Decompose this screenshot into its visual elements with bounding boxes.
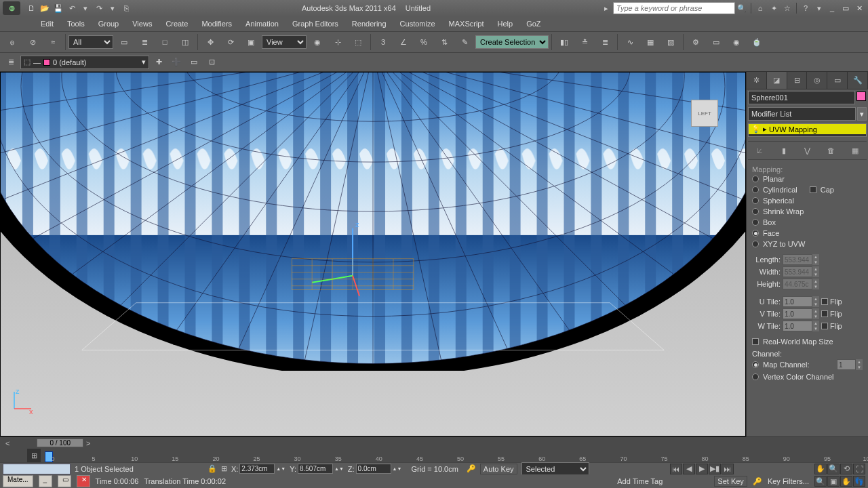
mapping-radio-cylindrical[interactable]: [752, 186, 759, 193]
add-to-layer-icon[interactable]: ➕: [168, 54, 184, 70]
nav-fov-icon[interactable]: ▣: [827, 476, 840, 487]
uflip-checkbox[interactable]: [821, 298, 828, 305]
redo-icon[interactable]: ↷: [93, 3, 105, 14]
taskbar-min[interactable]: _: [39, 475, 52, 487]
menu-help[interactable]: Help: [491, 18, 520, 30]
comm-icon[interactable]: ▸: [600, 3, 612, 14]
align-icon[interactable]: ≛: [575, 33, 594, 52]
mapchannel-input[interactable]: [837, 359, 856, 370]
vtile-input[interactable]: [783, 308, 812, 319]
layer-manager-icon[interactable]: ≣: [3, 54, 19, 70]
mapping-radio-xyz-to-uvw[interactable]: [752, 241, 759, 247]
help-dd-icon[interactable]: ▾: [813, 3, 825, 14]
width-input[interactable]: [783, 266, 812, 277]
mapchannel-radio[interactable]: [752, 361, 759, 368]
addtag-button[interactable]: Add Time Tag: [617, 477, 663, 485]
remove-mod-icon[interactable]: 🗑: [824, 144, 839, 157]
pin-stack-icon[interactable]: ⟀: [753, 144, 768, 157]
wtile-input[interactable]: [783, 321, 812, 331]
undo-dd-icon[interactable]: ▾: [79, 3, 92, 14]
menu-customize[interactable]: Customize: [393, 18, 442, 30]
goto-start-icon[interactable]: ⏮: [670, 464, 682, 474]
menu-graph editors[interactable]: Graph Editors: [285, 18, 345, 30]
render-frame-icon[interactable]: ▭: [707, 33, 726, 52]
maximize-button[interactable]: ▭: [840, 3, 852, 14]
configure-icon[interactable]: ▦: [848, 144, 863, 157]
viewcube[interactable]: LEFT: [691, 100, 718, 127]
mapping-radio-face[interactable]: [752, 230, 759, 237]
nav-pan2-icon[interactable]: ✋: [840, 476, 852, 487]
taskbar-restore[interactable]: ▭: [58, 475, 71, 487]
timeline-ruler[interactable]: ⊞ 05101520253035404550556065707580859095…: [0, 449, 868, 462]
vertexcolor-radio[interactable]: [752, 373, 759, 380]
tab-motion[interactable]: ◎: [807, 72, 827, 89]
ref-coord-system[interactable]: View: [262, 35, 307, 49]
menu-animation[interactable]: Animation: [239, 18, 285, 30]
select-object-icon[interactable]: ▭: [115, 33, 134, 52]
favorites-icon[interactable]: ☆: [781, 3, 793, 14]
link-icon[interactable]: ⎘: [120, 3, 132, 14]
comm-center-icon[interactable]: ✦: [768, 3, 780, 14]
save-icon[interactable]: 💾: [52, 3, 64, 14]
object-color-swatch[interactable]: [856, 92, 866, 101]
new-layer-icon[interactable]: ✚: [151, 54, 167, 70]
select-rect-icon[interactable]: □: [155, 33, 174, 52]
percent-snap-icon[interactable]: %: [414, 33, 433, 52]
move-icon[interactable]: ✥: [201, 33, 220, 52]
wflip-checkbox[interactable]: [821, 323, 828, 329]
x-coord-input[interactable]: [239, 464, 275, 474]
play-icon[interactable]: ▶: [696, 464, 708, 474]
menu-tools[interactable]: Tools: [60, 18, 92, 30]
search-go-icon[interactable]: 🔍: [736, 3, 748, 14]
taskbar-mate[interactable]: Mate...: [3, 475, 33, 487]
tab-create[interactable]: ✲: [747, 72, 767, 89]
coord-display-icon[interactable]: ⊞: [221, 464, 227, 473]
open-icon[interactable]: 📂: [39, 3, 51, 14]
rotate-icon[interactable]: ⟳: [221, 33, 240, 52]
select-name-icon[interactable]: ≣: [135, 33, 154, 52]
menu-modifiers[interactable]: Modifiers: [195, 18, 239, 30]
search-input[interactable]: [613, 2, 735, 14]
menu-views[interactable]: Views: [125, 18, 159, 30]
keyfilters-button[interactable]: Key Filters...: [768, 477, 809, 485]
next-frame-icon[interactable]: ▶▮: [709, 464, 721, 474]
tab-modify[interactable]: ◪: [767, 72, 787, 89]
mapping-radio-box[interactable]: [752, 219, 759, 226]
nav-orbit-icon[interactable]: ⟲: [840, 464, 852, 474]
mapping-radio-spherical[interactable]: [752, 197, 759, 204]
manipulate-icon[interactable]: ⊹: [328, 33, 347, 52]
snap-icon[interactable]: 3: [374, 33, 393, 52]
tab-display[interactable]: ▭: [827, 72, 848, 89]
vflip-checkbox[interactable]: [821, 310, 828, 317]
modifier-list-dropdown[interactable]: Modifier List: [748, 107, 856, 121]
tab-utilities[interactable]: 🔧: [848, 72, 868, 89]
show-end-icon[interactable]: ▮: [776, 144, 791, 157]
timeline-config-icon[interactable]: ⊞: [27, 449, 41, 462]
material-editor-icon[interactable]: ▨: [661, 33, 680, 52]
cap-checkbox[interactable]: [810, 186, 816, 193]
dropdown-arrow-icon[interactable]: ▾: [857, 107, 867, 121]
render-setup-icon[interactable]: ⚙: [686, 33, 705, 52]
layer-selector[interactable]: ⬚—0 (default) ▾: [20, 56, 149, 69]
object-name-field[interactable]: Sphere001: [748, 91, 855, 104]
autokey-button[interactable]: Auto Key: [480, 464, 517, 474]
tab-hierarchy[interactable]: ⊟: [787, 72, 808, 89]
angle-snap-icon[interactable]: ∠: [394, 33, 413, 52]
help-icon[interactable]: ?: [800, 3, 812, 14]
curve-editor-icon[interactable]: ∿: [620, 33, 639, 52]
prev-frame-icon[interactable]: ◀: [683, 464, 695, 474]
minimize-button[interactable]: _: [826, 3, 838, 14]
z-coord-input[interactable]: [356, 464, 391, 474]
menu-rendering[interactable]: Rendering: [345, 18, 393, 30]
setkey-button[interactable]: Set Key: [714, 476, 747, 487]
setkey-icon[interactable]: 🔑: [753, 477, 762, 486]
lock-icon[interactable]: 🔒: [208, 464, 217, 473]
keymode-select[interactable]: Selected: [521, 462, 589, 476]
realworld-checkbox[interactable]: [752, 338, 759, 345]
named-selection[interactable]: Create Selection Se: [475, 35, 549, 49]
menu-group[interactable]: Group: [92, 18, 126, 30]
mapping-radio-planar[interactable]: [752, 176, 759, 182]
pivot-icon[interactable]: ◉: [308, 33, 327, 52]
app-icon[interactable]: ⊚: [3, 1, 20, 15]
time-slider-row[interactable]: < 0 / 100 >: [0, 436, 868, 449]
